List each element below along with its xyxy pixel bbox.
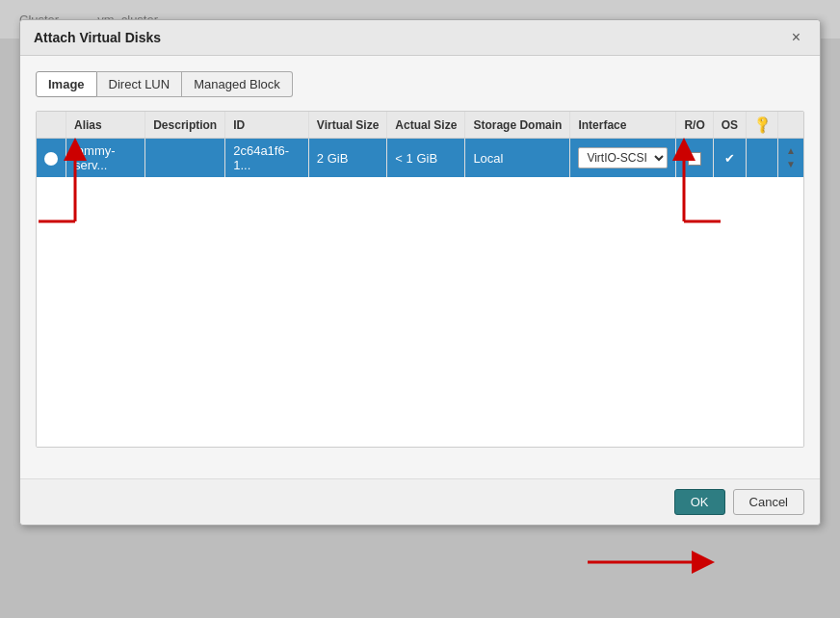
dialog-header: Attach Virtual Disks × bbox=[20, 20, 820, 56]
cell-ro[interactable] bbox=[676, 139, 713, 178]
cell-id: 2c64a1f6-1... bbox=[225, 139, 309, 178]
col-key-icon: 🔑 bbox=[747, 112, 778, 139]
col-scroll bbox=[778, 112, 803, 139]
cell-storage-domain: Local bbox=[465, 139, 570, 178]
close-button[interactable]: × bbox=[786, 28, 806, 47]
col-storage-domain: Storage Domain bbox=[465, 112, 570, 139]
radio-button[interactable] bbox=[44, 152, 58, 166]
cell-description bbox=[145, 139, 225, 178]
dialog-footer: OK Cancel bbox=[20, 478, 820, 525]
col-ro: R/O bbox=[676, 112, 713, 139]
col-description: Description bbox=[145, 112, 225, 139]
tab-direct-lun[interactable]: Direct LUN bbox=[97, 71, 183, 97]
cell-radio[interactable] bbox=[37, 139, 66, 178]
interface-select[interactable]: VirtIO-SCSI VirtIO IDE bbox=[578, 147, 668, 168]
cancel-button[interactable]: Cancel bbox=[733, 489, 804, 515]
cell-interface[interactable]: VirtIO-SCSI VirtIO IDE bbox=[570, 139, 676, 178]
col-actual-size: Actual Size bbox=[387, 112, 465, 139]
dialog-title: Attach Virtual Disks bbox=[34, 30, 161, 45]
cell-scroll: ▲ ▼ bbox=[778, 139, 803, 178]
col-alias: Alias bbox=[66, 112, 145, 139]
scroll-up[interactable]: ▲ bbox=[786, 144, 796, 158]
attach-virtual-disks-dialog: Attach Virtual Disks × Image Direct LUN … bbox=[19, 19, 821, 526]
col-radio bbox=[37, 112, 66, 139]
key-icon: 🔑 bbox=[751, 115, 773, 136]
dialog-body: Image Direct LUN Managed Block Alias Des… bbox=[20, 56, 820, 478]
cell-virtual-size: 2 GiB bbox=[308, 139, 386, 178]
ok-button[interactable]: OK bbox=[674, 489, 725, 515]
cell-key bbox=[747, 139, 778, 178]
scroll-control: ▲ ▼ bbox=[786, 144, 796, 171]
cell-alias: jammy-serv... bbox=[66, 139, 145, 178]
tab-managed-block[interactable]: Managed Block bbox=[182, 71, 293, 97]
cell-os[interactable]: ✔ bbox=[713, 139, 746, 178]
cell-actual-size: < 1 GiB bbox=[387, 139, 465, 178]
col-virtual-size: Virtual Size bbox=[308, 112, 386, 139]
disk-table-wrapper: Alias Description ID Virtual Size Actual… bbox=[36, 111, 804, 448]
tab-bar: Image Direct LUN Managed Block bbox=[36, 71, 804, 97]
dialog-overlay: Attach Virtual Disks × Image Direct LUN … bbox=[0, 0, 840, 618]
empty-row bbox=[37, 177, 803, 447]
col-os: OS bbox=[713, 112, 746, 139]
col-interface: Interface bbox=[570, 112, 676, 139]
tab-image[interactable]: Image bbox=[36, 71, 97, 97]
col-id: ID bbox=[225, 112, 309, 139]
disk-table: Alias Description ID Virtual Size Actual… bbox=[37, 112, 803, 447]
ro-checkbox[interactable] bbox=[688, 152, 701, 166]
table-header-row: Alias Description ID Virtual Size Actual… bbox=[37, 112, 803, 139]
table-row[interactable]: jammy-serv... 2c64a1f6-1... 2 GiB < 1 Gi… bbox=[37, 139, 803, 178]
scroll-down[interactable]: ▼ bbox=[786, 158, 796, 171]
